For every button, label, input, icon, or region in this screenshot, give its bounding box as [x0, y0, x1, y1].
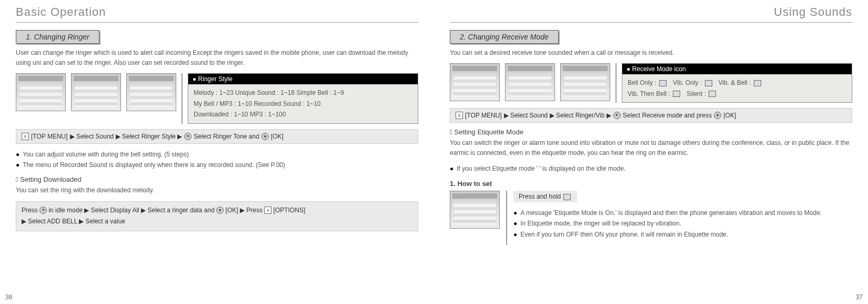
sub-text-downloaded: You can set the ring with the downloaded… — [16, 185, 418, 195]
section-heading-receive-mode: 2. Changing Receive Mode — [450, 30, 559, 44]
how-to-set-content: Press and hold ● A message 'Etiquette Mo… — [513, 191, 852, 245]
nav-text: Select Ringer Tone and — [194, 133, 259, 140]
vibrate-icon — [705, 80, 712, 86]
vertical-divider — [181, 73, 183, 123]
bullet-icon: ● — [16, 160, 19, 170]
bullet-icon: ● — [513, 218, 517, 229]
nav-text: Select Receive mode and press — [623, 112, 712, 119]
press-hold-text: Press and hold — [519, 193, 561, 200]
bullet-text: A message 'Etiquette Mode is On.' is dis… — [520, 208, 822, 218]
receive-mode-header: ● Receive Mode icon — [622, 64, 852, 74]
dpad-icon: ✦ — [184, 133, 191, 140]
bell-icon — [659, 80, 667, 86]
etiquette-bullet: ● If you select Etiquette mode ' ' is di… — [450, 163, 852, 174]
intro-right: You can set a desired receive tone sound… — [450, 48, 852, 58]
nav-text: ▶ Select ADD BELL ▶ Select a value — [22, 218, 125, 225]
ringer-style-line: My Bell / MP3 : 1~10 Recorded Sound : 1~… — [194, 99, 412, 109]
phone-screenshot — [450, 63, 500, 101]
sub-text-etiquette: You can switch the ringer or alarm tone … — [450, 138, 852, 158]
how-to-set-row: Press and hold ● A message 'Etiquette Mo… — [450, 191, 852, 245]
list-item: ● You can adjust volume with during the … — [16, 149, 418, 160]
nav-text: [OK] ▶ Press — [226, 207, 263, 214]
page-title-right: Using Sounds — [450, 5, 852, 19]
ringer-style-body: Melody : 1~23 Unique Sound : 1~16 Simple… — [188, 84, 418, 123]
page-title-left: Basic Operation — [16, 5, 418, 19]
nav-sequence-3: ≡ [TOP MENU] ▶ Select Sound ▶ Select Rin… — [450, 108, 852, 123]
vib-then-bell-icon — [673, 91, 680, 97]
phone-screenshot — [16, 73, 66, 111]
vib-bell-icon — [754, 80, 761, 86]
bullet-text: The menu of Recorded Sound is displayed … — [23, 160, 285, 170]
ok-icon: ● — [216, 207, 224, 214]
bullet-list-left: ● You can adjust volume with during the … — [16, 149, 418, 171]
menu-icon: ≡ — [22, 133, 29, 140]
dpad-icon: ✦ — [613, 112, 621, 119]
receive-label: Vib. Only : — [673, 79, 702, 86]
bullet-icon: ● — [513, 229, 517, 240]
receive-label: Silent : — [687, 90, 706, 97]
page-number-right: 37 — [856, 293, 863, 301]
nav-text: [TOP MENU] — [31, 133, 68, 140]
ringer-row: ● Ringer Style Melody : 1~23 Unique Soun… — [16, 73, 418, 123]
how-bullet-list: ● A message 'Etiquette Mode is On.' is d… — [513, 208, 852, 240]
nav-sequence-2: Press ✦ in idle mode ▶ Select Display Al… — [16, 201, 418, 231]
page-number-left: 36 — [5, 293, 12, 301]
list-item: ● If you select Etiquette mode ' ' is di… — [450, 163, 852, 174]
receive-row: ● Receive Mode icon Bell Only : Vib. Onl… — [450, 63, 852, 103]
nav-text: ▶ Select Sound ▶ Select Ringer/Vib ▶ — [504, 112, 611, 119]
phone-screenshot — [505, 63, 555, 101]
receive-label: Vib. Then Bell : — [628, 90, 670, 97]
receive-line: Vib. Then Bell : Silent : — [628, 89, 846, 99]
phone-screenshot — [126, 73, 176, 111]
right-page: Using Sounds 2. Changing Receive Mode Yo… — [434, 0, 868, 304]
silent-icon — [709, 91, 716, 97]
how-to-set-heading: 1. How to set — [450, 180, 852, 188]
receive-mode-box: ● Receive Mode icon Bell Only : Vib. Onl… — [622, 63, 852, 103]
sub-heading-etiquette: 󰚒 Setting Etiquette Mode — [450, 128, 852, 136]
menu-icon: ≡ — [264, 207, 271, 214]
list-item: ● A message 'Etiquette Mode is On.' is d… — [513, 208, 852, 218]
list-item: ● In Etiquette mode, the ringer will be … — [513, 218, 852, 229]
phone-screenshot — [560, 63, 610, 101]
phone-screenshot — [450, 191, 500, 229]
sub-heading-downloaded: 󰚒 Setting Downloaded — [16, 175, 418, 183]
vertical-divider — [615, 63, 617, 103]
receive-label: Bell Only : — [628, 79, 657, 86]
receive-mode-body: Bell Only : Vib. Only : Vib. & Bell : Vi… — [622, 74, 852, 102]
nav-text: [OPTIONS] — [274, 207, 306, 214]
dpad-icon: ✦ — [39, 207, 47, 214]
ringer-style-line: Melody : 1~23 Unique Sound : 1~16 Simple… — [194, 87, 412, 98]
divider — [16, 22, 418, 23]
list-item: ● Even if you turn OFF then ON your phon… — [513, 229, 852, 240]
bullet-icon: ● — [16, 149, 19, 160]
nav-sequence-1: ≡ [TOP MENU] ▶ Select Sound ▶ Select Rin… — [16, 129, 418, 144]
nav-text: [OK] — [271, 133, 284, 140]
receive-label: Vib. & Bell : — [719, 79, 751, 86]
nav-text: ▶ Select Sound ▶ Select Ringer Style ▶ — [70, 133, 183, 140]
bullet-icon: ● — [450, 163, 453, 174]
press-and-hold: Press and hold — [513, 191, 577, 202]
receive-line: Bell Only : Vib. Only : Vib. & Bell : — [628, 77, 846, 88]
ringer-style-line: Downloaded : 1~10 MP3 : 1~100 — [194, 109, 412, 120]
nav-text: [OK] — [723, 112, 736, 119]
list-item: ● The menu of Recorded Sound is displaye… — [16, 160, 418, 170]
nav-text: [TOP MENU] — [465, 112, 502, 119]
phone-screenshot — [71, 73, 121, 111]
nav-text: Press — [22, 207, 38, 214]
nav-text: in idle mode ▶ Select Display All ▶ Sele… — [48, 207, 215, 214]
bullet-text: You can adjust volume with during the be… — [23, 149, 189, 160]
ok-icon: ● — [714, 112, 721, 119]
bullet-icon: ● — [513, 208, 517, 218]
hold-key-icon — [563, 194, 571, 200]
bullet-text: If you select Etiquette mode ' ' is disp… — [457, 163, 625, 174]
ringer-style-box: ● Ringer Style Melody : 1~23 Unique Soun… — [188, 73, 418, 123]
ringer-style-header: ● Ringer Style — [188, 74, 418, 84]
left-page: Basic Operation 1. Changing Ringer User … — [0, 0, 434, 304]
bullet-text: In Etiquette mode, the ringer will be re… — [520, 218, 681, 229]
ok-icon: ● — [261, 133, 269, 140]
section-heading-changing-ringer: 1. Changing Ringer — [16, 30, 99, 44]
intro-left: User can change the ringer which is used… — [16, 48, 418, 68]
menu-icon: ≡ — [456, 112, 463, 119]
bullet-text: Even if you turn OFF then ON your phone,… — [520, 229, 728, 240]
vertical-divider — [506, 191, 507, 245]
